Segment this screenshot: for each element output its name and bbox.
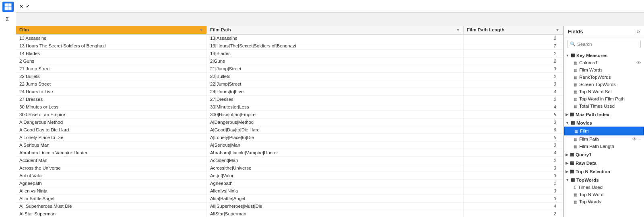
fields-panel: Fields » 🔍 ▼▦Key Measures ▦ Column1 👁 ▦ … (564, 26, 644, 217)
table-row: Abraham Lincoln Vampire Hunter Abraham|L… (16, 149, 563, 157)
search-input[interactable] (577, 42, 638, 47)
cell-length: 2 (463, 57, 563, 65)
table-row: A Lonely Place to Die A|Lonely|Place|to|… (16, 134, 563, 141)
cell-path: 30|Minutes|or|Less (206, 103, 463, 111)
table-row: 2 Guns 2|Guns 2 (16, 57, 563, 65)
field-item-top-n-word[interactable]: ▦ Top N Word (564, 191, 644, 198)
cell-length: 4 (463, 203, 563, 210)
cell-path: A|Good|Day|to|Die|Hard (206, 126, 463, 134)
field-label: Screen TopWords (579, 82, 616, 87)
cell-path: Abraham|Lincoln|Vampire|Hunter (206, 149, 463, 157)
field-type-icon: ▦ (574, 200, 577, 204)
field-group-header-max-path-index[interactable]: ▶▦Max Path Index (564, 111, 644, 118)
table-row: Across the Universe Across|the|Universe … (16, 164, 563, 172)
cell-length: 3 (463, 65, 563, 73)
svg-rect-3 (8, 7, 11, 10)
cell-path: Alien|vs|Ninja (206, 187, 463, 195)
field-item-film-words[interactable]: ▦ Film Words (564, 66, 644, 74)
field-label: Column1 (579, 60, 598, 65)
field-item-total-times-used[interactable]: ▦ Total Times Used (564, 102, 644, 110)
field-type-icon: ▦ (574, 61, 577, 65)
eye-icon[interactable]: 👁 (636, 60, 641, 65)
cell-film: AllStar Superman (16, 210, 206, 217)
cell-film: 14 Blades (16, 50, 206, 57)
field-group-movies: ▼▦Movies ▦ Film ▦ Film Path 👁··· ▦ Film … (564, 119, 644, 150)
cell-length: 5 (463, 134, 563, 141)
col-header-film[interactable]: Film ▼ (16, 26, 206, 34)
field-item-top-n-word-set[interactable]: ▦ Top N Word Set (564, 88, 644, 95)
field-item-top-words-item[interactable]: ▦ Top Words (564, 198, 644, 205)
table-row: A Dangerous Method A|Dangerous|Method 3 (16, 119, 563, 126)
field-group-header-movies[interactable]: ▼▦Movies (564, 119, 644, 127)
chevron-icon: ▶ (566, 113, 568, 117)
data-table-container[interactable]: Film ▼ Film Path ▼ Film (16, 26, 564, 217)
svg-rect-0 (5, 4, 8, 6)
group-label: Query1 (576, 152, 592, 157)
table-row: 14 Blades 14|Blades 2 (16, 50, 563, 57)
left-sidebar: Σ (0, 0, 16, 217)
cell-length: 3 (463, 195, 563, 203)
field-item-column1[interactable]: ▦ Column1 👁 (564, 59, 644, 66)
field-group-header-top-words[interactable]: ▼▦TopWords (564, 176, 644, 184)
sort-icon-length[interactable]: ▼ (555, 28, 559, 32)
field-item-times-used[interactable]: Σ Times Used (564, 184, 644, 191)
more-icon[interactable]: ··· (638, 137, 641, 141)
cell-film: A Lonely Place to Die (16, 134, 206, 141)
eye-icon[interactable]: 👁 (632, 137, 637, 141)
field-item-rank-top-words[interactable]: ▦ RankTopWords (564, 74, 644, 81)
cell-length: 3 (463, 164, 563, 172)
table-row: 30 Minutes or Less 30|Minutes|or|Less 4 (16, 103, 563, 111)
fields-title: Fields (568, 29, 583, 35)
col-header-length[interactable]: Film Path Length ▼ (463, 26, 563, 34)
group-icon: ▦ (571, 177, 575, 182)
cell-length: 7 (463, 42, 563, 50)
cell-path: AllStar|Superman (206, 210, 463, 217)
field-item-film-path[interactable]: ▦ Film Path 👁··· (564, 135, 644, 143)
check-icon[interactable]: ✓ (26, 4, 30, 9)
cell-length: 4 (463, 103, 563, 111)
sort-icon-film[interactable]: ▼ (199, 28, 203, 32)
field-group-raw-data: ▶▦Raw Data (564, 159, 644, 167)
cell-length: 3 (463, 80, 563, 88)
col-header-path[interactable]: Film Path ▼ (206, 26, 463, 34)
cell-path: Agneepath (206, 180, 463, 187)
fields-close-button[interactable]: » (637, 28, 640, 35)
cell-film: All Superheroes Must Die (16, 203, 206, 210)
table-row: 27 Dresses 27|Dresses 2 (16, 96, 563, 103)
field-type-icon: ▦ (574, 144, 577, 149)
field-type-icon: ▦ (574, 90, 577, 94)
field-group-header-top-n-selection[interactable]: ▶▦Top N Selection (564, 168, 644, 175)
cell-path: Across|the|Universe (206, 164, 463, 172)
table-row: AllStar Superman AllStar|Superman 2 (16, 210, 563, 217)
cell-length: 3 (463, 172, 563, 180)
cell-path: 22|Jump|Street (206, 80, 463, 88)
close-icon[interactable]: ✕ (19, 4, 23, 9)
chevron-icon: ▼ (566, 121, 569, 125)
table-row: 21 Jump Street 21|Jump|Street 3 (16, 65, 563, 73)
field-item-film-path-length[interactable]: ▦ Film Path Length (564, 143, 644, 150)
search-box[interactable]: 🔍 (567, 40, 641, 48)
field-group-header-key-measures[interactable]: ▼▦Key Measures (564, 51, 644, 59)
field-group-header-query1[interactable]: ▶▦Query1 (564, 151, 644, 158)
svg-rect-1 (8, 4, 11, 6)
fields-header: Fields » (564, 26, 644, 37)
table-row: All Superheroes Must Die All|Superheroes… (16, 203, 563, 210)
svg-text:Σ: Σ (6, 16, 9, 22)
field-type-icon: ▦ (574, 97, 577, 101)
cell-length: 6 (463, 126, 563, 134)
field-item-top-word-film-path[interactable]: ▦ Top Word in Film Path (564, 95, 644, 102)
field-item-screen-top-words[interactable]: ▦ Screen TopWords (564, 81, 644, 88)
cell-length: 2 (463, 157, 563, 164)
field-label: Top N Word Set (579, 89, 612, 94)
group-label: Top N Selection (576, 169, 610, 174)
field-group-key-measures: ▼▦Key Measures ▦ Column1 👁 ▦ Film Words … (564, 51, 644, 110)
sigma-button[interactable]: Σ (2, 14, 14, 24)
chevron-icon: ▼ (566, 178, 569, 182)
field-item-film[interactable]: ▦ Film (564, 127, 644, 135)
field-group-header-raw-data[interactable]: ▶▦Raw Data (564, 159, 644, 167)
sort-icon-path[interactable]: ▼ (456, 28, 460, 32)
cell-length: 2 (463, 96, 563, 103)
data-grid-button[interactable] (2, 2, 14, 12)
table-row: 300 Rise of an Empire 300|Rise|of|an|Emp… (16, 111, 563, 119)
table-row: 13 Hours The Secret Soldiers of Benghazi… (16, 42, 563, 50)
